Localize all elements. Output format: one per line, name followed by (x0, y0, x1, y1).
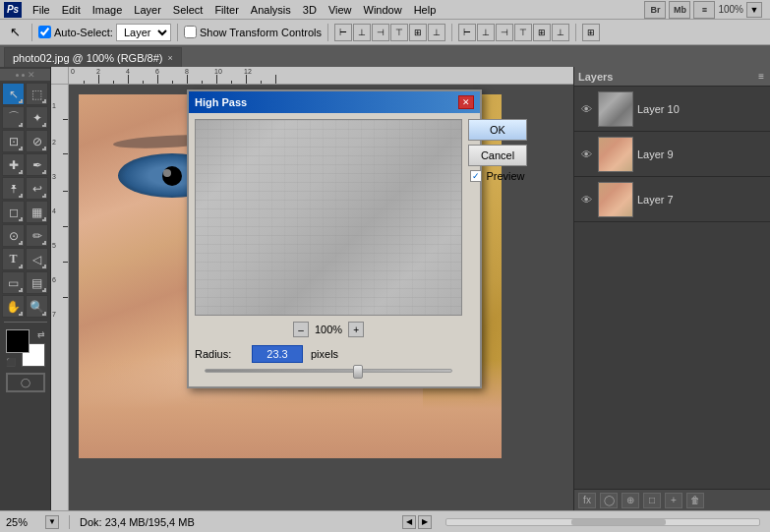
menu-select[interactable]: Select (168, 3, 208, 17)
dodge-tool[interactable]: ⊙ (2, 224, 25, 247)
lasso-tool[interactable]: ⌒ (2, 106, 25, 129)
text-tool[interactable]: T (2, 248, 25, 270)
new-group-btn[interactable]: □ (643, 493, 661, 508)
hand-tool[interactable]: ✋ (2, 295, 25, 318)
zoom-menu-btn[interactable]: ▼ (45, 515, 59, 529)
radius-slider-thumb[interactable] (353, 365, 363, 379)
crop-tool[interactable]: ⊡ (2, 130, 25, 152)
menu-3d[interactable]: 3D (298, 3, 322, 17)
quick-mask-mode-btn[interactable]: ◯ (6, 373, 45, 392)
menu-filter[interactable]: Filter (209, 3, 243, 17)
menu-view[interactable]: View (324, 3, 357, 17)
magic-wand-tool[interactable]: ✦ (26, 106, 48, 129)
eraser-tool[interactable]: ◻ (2, 201, 25, 223)
healing-brush-tool[interactable]: ✚ (2, 153, 25, 176)
layers-panel-title: Layers (578, 71, 756, 83)
document-tab-close[interactable]: × (167, 53, 172, 63)
ok-button[interactable]: OK (468, 119, 527, 141)
align-bottom-btn[interactable]: ⊥ (428, 24, 445, 41)
new-layer-btn[interactable]: + (665, 493, 682, 508)
shape-tool[interactable]: ▭ (2, 271, 25, 294)
layers-menu-btn[interactable]: ≡ (756, 71, 766, 82)
reset-colors-icon[interactable]: ⬛ (6, 358, 16, 367)
status-arrows: ◀ ▶ (402, 515, 432, 529)
transform-checkbox[interactable] (184, 26, 197, 38)
bridge-icon[interactable]: Br (644, 1, 666, 19)
menu-help[interactable]: Help (409, 3, 442, 17)
new-adjustment-btn[interactable]: ⊕ (622, 493, 639, 508)
layer-7-visibility[interactable]: 👁 (578, 192, 594, 207)
add-layer-style-btn[interactable]: fx (578, 493, 596, 508)
move-tool-icon[interactable]: ↖ (4, 22, 26, 43)
align-right-btn[interactable]: ⊣ (372, 24, 389, 41)
layer-9-visibility[interactable]: 👁 (578, 147, 594, 162)
zoom-dropdown-icon[interactable]: ▼ (746, 2, 762, 18)
swap-colors-icon[interactable]: ⇄ (37, 329, 45, 339)
layer-9-thumb (598, 137, 633, 172)
cancel-button[interactable]: Cancel (468, 145, 527, 166)
canvas-area[interactable]: High Pass ✕ – (69, 85, 573, 510)
dialog-close-button[interactable]: ✕ (458, 95, 474, 109)
align-left-btn[interactable]: ⊢ (334, 24, 352, 41)
history-brush-tool[interactable]: ↩ (26, 177, 48, 200)
clone-tool[interactable]: 🖈 (2, 177, 25, 200)
radius-input[interactable] (252, 345, 303, 363)
dist-right-btn[interactable]: ⊣ (496, 24, 513, 41)
preview-zoom-out-btn[interactable]: – (293, 322, 309, 337)
menu-layer[interactable]: Layer (129, 3, 166, 17)
layer-10-visibility[interactable]: 👁 (578, 101, 594, 117)
zoom-percentage: 25% (6, 516, 35, 528)
document-tab[interactable]: photo02.jpg @ 100% (RGB/8#) × (4, 47, 182, 67)
dialog-main: – 100% + Radius: pixels (189, 113, 468, 386)
menu-analysis[interactable]: Analysis (246, 3, 296, 17)
layer-row-10[interactable]: 👁 Layer 10 (574, 87, 770, 132)
status-scrollbar-thumb[interactable] (571, 519, 665, 525)
pen-tool[interactable]: ✏ (26, 224, 48, 247)
dialog-preview[interactable] (195, 119, 462, 316)
radius-unit: pixels (311, 348, 338, 360)
layers-panel: Layers ≡ 👁 Layer 10 👁 Layer 9 👁 Layer 7 (573, 67, 770, 510)
status-arrow-left[interactable]: ◀ (402, 515, 416, 529)
ruler-h-2: 2 (96, 68, 100, 75)
marquee-tool[interactable]: ⬚ (26, 83, 48, 105)
dist-center-v-btn[interactable]: ⊞ (533, 24, 551, 41)
radius-row: Radius: pixels (195, 345, 462, 363)
dist-bottom-btn[interactable]: ⊥ (552, 24, 569, 41)
dist-top-btn[interactable]: ⊤ (514, 24, 532, 41)
radius-slider-track (205, 369, 452, 373)
align-center-h-btn[interactable]: ⊥ (353, 24, 371, 41)
move-tool[interactable]: ↖ (2, 83, 25, 105)
preview-checkbox[interactable]: ✓ (470, 170, 482, 182)
menu-edit[interactable]: Edit (57, 3, 86, 17)
menu-image[interactable]: Image (88, 3, 128, 17)
brush-tool[interactable]: ✒ (26, 153, 48, 176)
menu-file[interactable]: File (28, 3, 55, 17)
workspace-icon[interactable]: ≡ (693, 1, 715, 19)
path-select-tool[interactable]: ◁ (26, 248, 48, 270)
auto-select-dropdown[interactable]: Layer (116, 24, 171, 41)
status-arrow-right[interactable]: ▶ (418, 515, 432, 529)
ruler-h-10: 10 (214, 68, 222, 75)
delete-layer-btn[interactable]: 🗑 (686, 493, 704, 508)
layer-row-7[interactable]: 👁 Layer 7 (574, 177, 770, 222)
ruler-tick-h (98, 75, 99, 85)
preview-zoom-in-btn[interactable]: + (348, 322, 364, 337)
dist-center-h-btn[interactable]: ⊥ (477, 24, 495, 41)
toolbox-handle[interactable]: ✕ (0, 69, 50, 81)
minibrige-icon[interactable]: Mb (669, 1, 690, 19)
align-center-v-btn[interactable]: ⊞ (409, 24, 427, 41)
zoom-tool[interactable]: 🔍 (26, 295, 48, 318)
add-mask-btn[interactable]: ◯ (600, 493, 618, 508)
gradient-tool[interactable]: ▦ (26, 201, 48, 223)
canvas-wrapper: 0 2 4 6 8 10 12 (51, 67, 573, 510)
auto-align-btn[interactable]: ⊞ (582, 24, 600, 41)
slice-tool[interactable]: ⊘ (26, 130, 48, 152)
auto-select-checkbox[interactable] (38, 26, 51, 38)
align-top-btn[interactable]: ⊤ (390, 24, 408, 41)
menu-window[interactable]: Window (359, 3, 407, 17)
note-tool[interactable]: ▤ (26, 271, 48, 294)
dist-left-btn[interactable]: ⊢ (458, 24, 476, 41)
foreground-color[interactable] (6, 329, 30, 353)
layer-row-9[interactable]: 👁 Layer 9 (574, 132, 770, 177)
ruler-v-6: 6 (52, 276, 56, 283)
